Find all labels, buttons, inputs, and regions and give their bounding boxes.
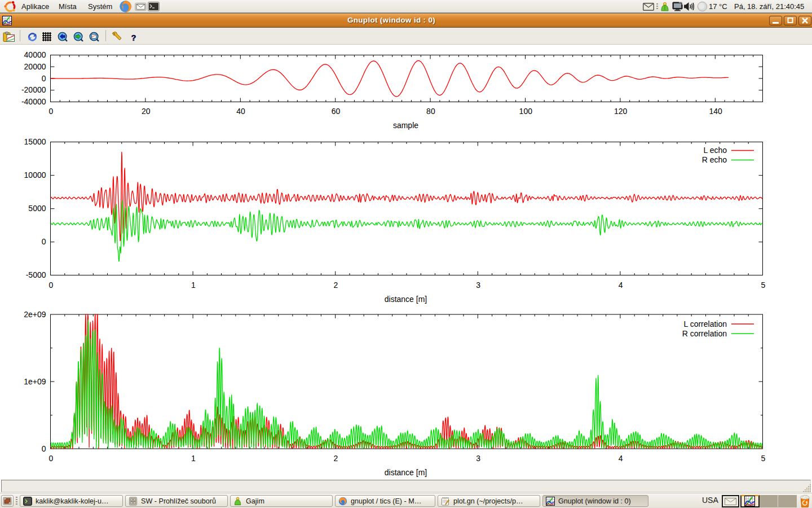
svg-text:60: 60 (332, 107, 341, 116)
svg-text:5: 5 (761, 454, 765, 463)
svg-text:20: 20 (142, 107, 151, 116)
svg-text:2e+09: 2e+09 (24, 310, 46, 319)
svg-text:-40000: -40000 (21, 97, 46, 106)
svg-text:0: 0 (42, 237, 46, 246)
svg-text:0: 0 (48, 107, 53, 116)
svg-text:1: 1 (191, 281, 196, 290)
svg-text:5000: 5000 (28, 204, 46, 213)
svg-text:L echo: L echo (703, 146, 727, 155)
svg-text:40000: 40000 (24, 50, 46, 59)
svg-text:R echo: R echo (702, 155, 727, 164)
svg-text:0: 0 (48, 281, 53, 290)
svg-text:1e+09: 1e+09 (24, 377, 46, 386)
svg-text:3: 3 (476, 281, 480, 290)
svg-text:3: 3 (476, 454, 480, 463)
svg-text:0: 0 (48, 454, 53, 463)
svg-text:2: 2 (334, 454, 338, 463)
svg-text:-5000: -5000 (26, 270, 46, 279)
svg-text:10000: 10000 (24, 170, 46, 179)
svg-text:4: 4 (619, 454, 623, 463)
svg-text:4: 4 (619, 281, 623, 290)
svg-text:R correlation: R correlation (682, 329, 727, 338)
svg-text:distance [m]: distance [m] (385, 468, 427, 477)
svg-text:5: 5 (761, 281, 765, 290)
svg-text:15000: 15000 (24, 137, 46, 146)
svg-text:20000: 20000 (24, 62, 46, 71)
svg-text:140: 140 (709, 107, 722, 116)
svg-text:0: 0 (42, 74, 46, 83)
svg-text:80: 80 (426, 107, 435, 116)
svg-text:0: 0 (42, 444, 46, 453)
svg-text:40: 40 (236, 107, 245, 116)
svg-text:L correlation: L correlation (683, 319, 727, 329)
svg-text:distance [m]: distance [m] (385, 295, 427, 304)
svg-text:-20000: -20000 (21, 85, 46, 94)
svg-text:100: 100 (519, 107, 533, 116)
svg-text:1: 1 (191, 454, 196, 463)
svg-text:sample: sample (393, 121, 418, 130)
svg-text:120: 120 (614, 107, 628, 116)
svg-text:2: 2 (334, 281, 338, 290)
